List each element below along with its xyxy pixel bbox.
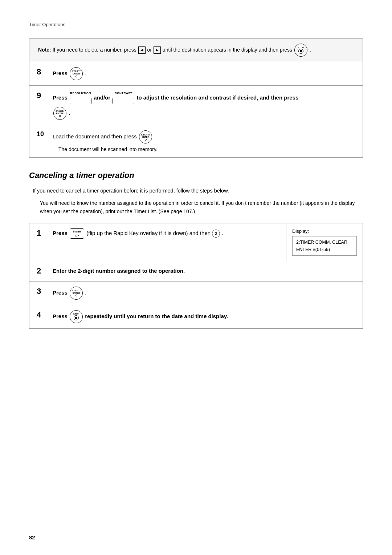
step-8-body: Press START/ ENTER . — [53, 67, 355, 80]
resolution-btn — [70, 98, 91, 104]
cancel-step-2-row: 2 Enter the 2-digit number assigned to t… — [29, 261, 363, 281]
start-enter-btn-8: START/ ENTER — [70, 67, 83, 80]
step-9-line1: Press RESOLUTION and/or CONTRAST to adju… — [53, 91, 355, 105]
circled-2: 2 — [212, 230, 220, 238]
step-10-num: 10 — [37, 130, 50, 138]
cancel-step-2-num: 2 — [37, 266, 50, 276]
display-title: Display: — [292, 228, 357, 234]
step-9-num: 9 — [37, 91, 50, 100]
step-9-line2: START/ ENTER . — [53, 107, 355, 120]
step-8-num: 8 — [37, 67, 50, 77]
cancel-section-title: Canceling a timer operation — [29, 171, 363, 180]
display-box: 2:TIMER COMM. CLEAR ENTER #(01-59) — [292, 236, 357, 256]
page: Timer Operations Note: If you need to de… — [0, 0, 392, 555]
step-8-row: 8 Press START/ ENTER . — [29, 62, 363, 86]
step-10-top: 10 Load the document and then press STAR… — [37, 130, 156, 143]
step-9-period: . — [69, 110, 70, 116]
step-8-press: Press — [53, 70, 68, 76]
step-1-text2: (flip up the Rapid Key overlay if it is … — [86, 230, 211, 236]
display-line2: ENTER #(01-59) — [296, 246, 353, 253]
step-8-period: . — [85, 70, 86, 76]
cancel-step-1-body: Press TIMER X/> (flip up the Rapid Key o… — [53, 228, 279, 239]
step-4-text: repeatedly until you return to the date … — [85, 313, 228, 319]
start-enter-btn-10: START/ ENTER — [139, 130, 152, 143]
step-9-text3: to adjust the resolution and contrast if… — [136, 94, 298, 101]
cancel-steps-section: 1 Press TIMER X/> (flip up the Rapid Key… — [29, 223, 363, 328]
step-2-text: Enter the 2-digit number assigned to the… — [53, 268, 185, 274]
stop-btn-4: STOP — [70, 310, 83, 323]
timer-bot-label: X/> — [75, 234, 79, 238]
step-3-period: . — [85, 289, 86, 296]
stop-button-note: STOP — [294, 44, 307, 57]
contrast-btn — [113, 98, 134, 104]
cancel-step-1-row: 1 Press TIMER X/> (flip up the Rapid Key… — [29, 223, 363, 261]
resolution-key-wrapper: RESOLUTION — [69, 91, 92, 105]
display-line1: 2:TIMER COMM. CLEAR — [296, 239, 353, 246]
step-10-period: . — [154, 133, 156, 139]
cancel-step-1-right: Display: 2:TIMER COMM. CLEAR ENTER #(01-… — [286, 223, 363, 261]
page-header: Timer Operations — [29, 22, 363, 27]
start-enter-btn-3: START/ ENTER — [70, 287, 83, 300]
cancel-step-4-num: 4 — [37, 310, 50, 320]
contrast-key-wrapper: CONTRAST — [112, 91, 135, 105]
right-arrow-btn: ▶ — [154, 46, 161, 54]
timer-btn: TIMER X/> — [70, 228, 84, 239]
cancel-step-1-left: 1 Press TIMER X/> (flip up the Rapid Key… — [29, 223, 286, 261]
cancel-step-4-row: 4 Press STOP repeatedly until you return… — [29, 305, 363, 328]
step-9-body: Press RESOLUTION and/or CONTRAST to adju… — [53, 91, 355, 120]
start-enter-btn-9: START/ ENTER — [53, 107, 66, 120]
note-row: Note: If you need to delete a number, pr… — [29, 39, 363, 62]
cancel-intro: If you need to cancel a timer operation … — [29, 187, 363, 195]
left-arrow-btn: ◀ — [138, 46, 146, 54]
timer-top-label: TIMER — [73, 230, 81, 234]
cancel-step-3-row: 3 Press START/ ENTER . — [29, 281, 363, 305]
step-10-row: 10 Load the document and then press STAR… — [29, 125, 363, 157]
note-body: If you need to delete a number, press — [51, 47, 138, 53]
cancel-step-4-body: Press STOP repeatedly until you return t… — [53, 310, 355, 323]
step-10-text1: Load the document and then press — [53, 133, 137, 139]
cancel-step-1-num: 1 — [37, 228, 50, 238]
andor-text: and/or — [94, 94, 112, 101]
cancel-note: You will need to know the number assigne… — [29, 199, 363, 216]
cancel-step-3-num: 3 — [37, 287, 50, 296]
page-number: 82 — [29, 534, 35, 540]
step-10-subtext: The document will be scanned into memory… — [37, 143, 165, 157]
step-1-text3: . — [221, 230, 223, 236]
contrast-label: CONTRAST — [112, 91, 135, 96]
step-3-press: Press — [53, 289, 68, 296]
step-1-line: 1 Press TIMER X/> (flip up the Rapid Key… — [37, 228, 279, 239]
note-label: Note: — [38, 47, 51, 53]
step-1-text-line: Press TIMER X/> (flip up the Rapid Key o… — [53, 228, 279, 239]
cancel-step-2-body: Enter the 2-digit number assigned to the… — [53, 266, 355, 276]
step-4-press: Press — [53, 313, 68, 319]
step-10-body: Load the document and then press START/ … — [53, 130, 156, 143]
resolution-label: RESOLUTION — [69, 91, 92, 96]
cancel-step-3-body: Press START/ ENTER . — [53, 287, 355, 300]
note-text: Note: If you need to delete a number, pr… — [38, 47, 311, 53]
upper-section: Note: If you need to delete a number, pr… — [29, 38, 363, 158]
step-9-press: Press — [53, 94, 68, 101]
header-title: Timer Operations — [29, 22, 65, 27]
step-9-row: 9 Press RESOLUTION and/or CONTRAST to ad… — [29, 86, 363, 125]
step-1-press: Press — [53, 230, 68, 236]
